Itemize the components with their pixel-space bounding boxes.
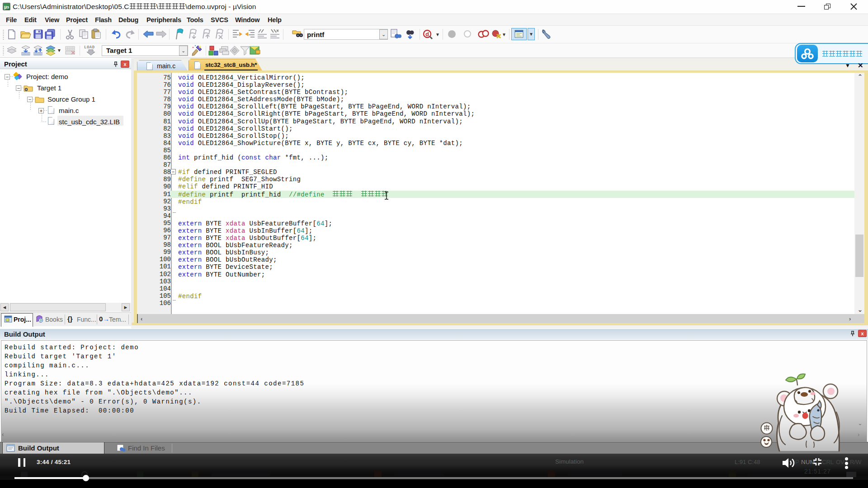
svg-text:d: d bbox=[425, 31, 429, 38]
svg-text:?: ? bbox=[40, 319, 42, 323]
